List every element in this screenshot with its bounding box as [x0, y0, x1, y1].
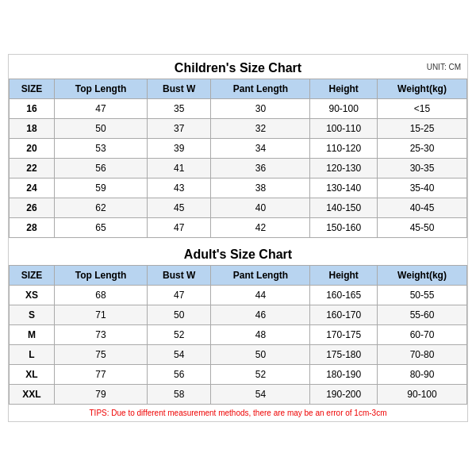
table-cell: 54 — [211, 385, 310, 405]
table-cell: XL — [10, 365, 55, 385]
adult-col-header-top-length: Top Length — [54, 266, 147, 286]
table-cell: XS — [10, 286, 55, 305]
table-row: 20533934110-12025-30 — [10, 139, 467, 159]
table-cell: 47 — [148, 218, 211, 238]
adult-col-header-bust-w: Bust W — [148, 266, 211, 286]
table-cell: 24 — [10, 178, 55, 198]
table-cell: 32 — [211, 119, 310, 139]
table-cell: 30-35 — [378, 159, 467, 178]
table-cell: 35-40 — [378, 178, 467, 198]
table-cell: 90-100 — [310, 99, 378, 119]
adult-header-row: SIZE Top Length Bust W Pant Length Heigh… — [10, 266, 467, 286]
table-cell: 180-190 — [310, 365, 378, 385]
table-cell: 40-45 — [378, 198, 467, 218]
table-cell: 40 — [211, 198, 310, 218]
table-row: XL775652180-19080-90 — [10, 365, 467, 385]
table-row: 22564136120-13030-35 — [10, 159, 467, 178]
table-cell: 71 — [54, 305, 147, 325]
adult-col-header-pant-length: Pant Length — [211, 266, 310, 286]
table-cell: 38 — [211, 178, 310, 198]
adult-col-header-weight: Weight(kg) — [378, 266, 467, 286]
table-cell: 52 — [211, 365, 310, 385]
table-cell: 47 — [148, 286, 211, 305]
adult-size-table: SIZE Top Length Bust W Pant Length Heigh… — [9, 265, 467, 405]
table-cell: 59 — [54, 178, 147, 198]
table-cell: 22 — [10, 159, 55, 178]
table-cell: 45-50 — [378, 218, 467, 238]
table-cell: 79 — [54, 385, 147, 405]
table-cell: 18 — [10, 119, 55, 139]
col-header-pant-length: Pant Length — [211, 79, 310, 99]
table-row: XS684744160-16550-55 — [10, 286, 467, 305]
table-cell: 36 — [211, 159, 310, 178]
table-cell: 73 — [54, 325, 147, 345]
table-cell: 20 — [10, 139, 55, 159]
table-row: 1647353090-100<15 — [10, 99, 467, 119]
table-cell: 30 — [211, 99, 310, 119]
table-cell: S — [10, 305, 55, 325]
table-cell: 62 — [54, 198, 147, 218]
children-header-row: SIZE Top Length Bust W Pant Length Heigh… — [10, 79, 467, 99]
table-row: XXL795854190-20090-100 — [10, 385, 467, 405]
adult-section-title: Adult's Size Chart — [9, 241, 467, 265]
table-cell: 15-25 — [378, 119, 467, 139]
table-cell: 58 — [148, 385, 211, 405]
table-cell: 39 — [148, 139, 211, 159]
table-cell: 50 — [54, 119, 147, 139]
table-cell: 170-175 — [310, 325, 378, 345]
table-cell: 42 — [211, 218, 310, 238]
table-row: S715046160-17055-60 — [10, 305, 467, 325]
table-cell: 110-120 — [310, 139, 378, 159]
col-header-top-length: Top Length — [54, 79, 147, 99]
table-cell: 68 — [54, 286, 147, 305]
table-cell: 50 — [148, 305, 211, 325]
col-header-size: SIZE — [10, 79, 55, 99]
col-header-weight: Weight(kg) — [378, 79, 467, 99]
table-cell: 56 — [54, 159, 147, 178]
table-cell: 46 — [211, 305, 310, 325]
table-cell: 150-160 — [310, 218, 378, 238]
table-cell: 47 — [54, 99, 147, 119]
adult-col-header-height: Height — [310, 266, 378, 286]
table-row: 28654742150-16045-50 — [10, 218, 467, 238]
table-cell: 77 — [54, 365, 147, 385]
table-cell: 35 — [148, 99, 211, 119]
children-section-title: Children's Size Chart UNIT: CM — [9, 55, 467, 79]
col-header-bust-w: Bust W — [148, 79, 211, 99]
table-cell: 160-165 — [310, 286, 378, 305]
table-cell: <15 — [378, 99, 467, 119]
adult-col-header-size: SIZE — [10, 266, 55, 286]
table-cell: 65 — [54, 218, 147, 238]
table-cell: 37 — [148, 119, 211, 139]
table-cell: L — [10, 345, 55, 365]
table-row: L755450175-18070-80 — [10, 345, 467, 365]
table-cell: 53 — [54, 139, 147, 159]
children-size-table: SIZE Top Length Bust W Pant Length Heigh… — [9, 79, 467, 238]
table-cell: 90-100 — [378, 385, 467, 405]
table-cell: 190-200 — [310, 385, 378, 405]
unit-label: UNIT: CM — [427, 63, 461, 71]
table-cell: XXL — [10, 385, 55, 405]
table-cell: 50-55 — [378, 286, 467, 305]
table-cell: 55-60 — [378, 305, 467, 325]
table-cell: 130-140 — [310, 178, 378, 198]
table-cell: 28 — [10, 218, 55, 238]
size-chart-container: Children's Size Chart UNIT: CM SIZE Top … — [8, 54, 468, 422]
table-cell: 60-70 — [378, 325, 467, 345]
table-cell: 44 — [211, 286, 310, 305]
table-cell: 26 — [10, 198, 55, 218]
table-cell: 120-130 — [310, 159, 378, 178]
tips-text: TIPS: Due to different measurement metho… — [9, 405, 467, 421]
table-cell: 48 — [211, 325, 310, 345]
table-cell: 80-90 — [378, 365, 467, 385]
table-row: 18503732100-11015-25 — [10, 119, 467, 139]
table-cell: 43 — [148, 178, 211, 198]
table-row: M735248170-17560-70 — [10, 325, 467, 345]
table-cell: 175-180 — [310, 345, 378, 365]
table-cell: 75 — [54, 345, 147, 365]
table-cell: 52 — [148, 325, 211, 345]
table-cell: 56 — [148, 365, 211, 385]
table-cell: 54 — [148, 345, 211, 365]
adult-title-text: Adult's Size Chart — [184, 248, 292, 261]
table-cell: 34 — [211, 139, 310, 159]
